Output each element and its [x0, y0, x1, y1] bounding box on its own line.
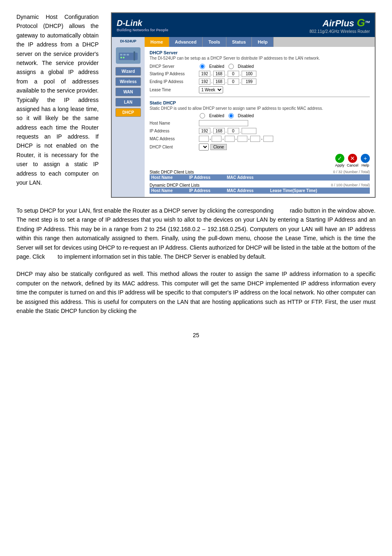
mac-address-label: MAC Address — [150, 137, 199, 141]
airplus-logo: AirPlus GTM 802.11g/2.4GHz Wireless Rout… — [309, 16, 370, 34]
host-name-label: Host Name — [150, 121, 199, 125]
static-ip-1[interactable] — [199, 128, 210, 134]
clone-button[interactable]: Clone — [210, 144, 227, 150]
svg-rect-4 — [134, 51, 135, 60]
nav-bar: Home Advanced Tools Status Help — [145, 37, 375, 47]
dynamic-col-lease: Lease Time(Spare Time) — [270, 188, 317, 193]
cancel-button[interactable]: ✕ Cancel — [347, 154, 358, 167]
starting-ip-label: Starting IP Address — [150, 72, 199, 76]
static-ip-3[interactable] — [228, 128, 239, 134]
dhcp-server-desc: The DI-524UP can be setup as a DHCP Serv… — [150, 56, 370, 60]
static-client-count: 0 / 32 (Number / Total) — [333, 170, 370, 174]
svg-point-6 — [123, 57, 125, 58]
starting-ip-2[interactable] — [213, 71, 225, 77]
mac-1[interactable] — [199, 136, 209, 142]
nav-lan[interactable]: LAN — [115, 98, 141, 107]
static-ip-row: IP Address . . . — [150, 128, 370, 134]
dhcp-client-select[interactable] — [199, 144, 209, 151]
ending-ip-3[interactable] — [228, 79, 239, 85]
static-col-hostname: Host Name — [151, 175, 173, 180]
starting-ip-inputs: . . . — [199, 71, 256, 77]
divider — [150, 97, 370, 97]
brand-subtitle: Building Networks for People — [117, 28, 168, 32]
static-client-title: Static DHCP Client Lists 0 / 32 (Number … — [150, 170, 370, 174]
dhcp-client-inputs: Clone — [199, 144, 227, 151]
static-client-header: Host Name IP Address MAC Address — [150, 174, 370, 181]
nav-wizard[interactable]: Wizard — [115, 67, 141, 76]
apply-button[interactable]: ✓ Apply — [335, 154, 344, 167]
model-label: DI-524UP — [120, 39, 136, 43]
static-ip-inputs: . . . — [199, 128, 256, 134]
nav-wan[interactable]: WAN — [115, 88, 141, 96]
static-ip-2[interactable] — [213, 128, 225, 134]
content-area: DI-524UP Wizard Wireless — [112, 37, 375, 197]
dhcp-server-title: DHCP Server — [150, 50, 370, 55]
nav-dhcp[interactable]: DHCP — [115, 108, 141, 117]
help-button[interactable]: + Help — [361, 154, 370, 167]
static-client-section: Static DHCP Client Lists 0 / 32 (Number … — [150, 170, 370, 181]
svg-rect-1 — [120, 54, 122, 56]
dynamic-client-title: Dynamic DHCP Client Lists 0 / 100 (Numbe… — [150, 183, 370, 188]
nav-wireless[interactable]: Wireless — [115, 77, 141, 86]
dhcp-enabled-label: Enabled — [209, 64, 224, 69]
tab-tools[interactable]: Tools — [203, 37, 226, 47]
help-icon: + — [361, 154, 370, 163]
mac-2[interactable] — [212, 136, 221, 142]
cancel-label: Cancel — [347, 163, 358, 167]
mac-5[interactable] — [250, 136, 260, 142]
dynamic-col-ip: IP Address — [189, 188, 210, 193]
mac-6[interactable] — [263, 136, 273, 142]
tab-advanced[interactable]: Advanced — [169, 37, 203, 47]
dynamic-col-hostname: Host Name — [151, 188, 173, 193]
action-buttons: ✓ Apply ✕ Cancel + Help — [150, 154, 370, 167]
starting-ip-row: Starting IP Address . . . — [150, 71, 370, 77]
help-label: Help — [362, 163, 369, 167]
cancel-icon: ✕ — [348, 154, 357, 163]
starting-ip-4[interactable] — [242, 71, 256, 77]
dhcp-client-row: DHCP Client Clone — [150, 144, 370, 151]
brand-name: D-Link — [117, 19, 142, 28]
ending-ip-2[interactable] — [213, 79, 225, 85]
dynamic-client-title-text: Dynamic DHCP Client Lists — [150, 183, 200, 188]
svg-rect-2 — [123, 54, 126, 56]
ending-ip-label: Ending IP Address — [150, 79, 199, 84]
dhcp-disabled-radio[interactable] — [228, 64, 234, 69]
static-enabled-radio[interactable] — [200, 113, 205, 118]
lease-time-row: Lease Time 1 Week 1 Day 1 Hour Forever — [150, 86, 370, 93]
mac-3[interactable] — [225, 136, 235, 142]
tab-home[interactable]: Home — [145, 37, 169, 47]
tab-help[interactable]: Help — [252, 37, 274, 47]
ending-ip-1[interactable] — [199, 79, 210, 85]
airplus-text: AirPlus GTM — [309, 16, 370, 29]
tab-status[interactable]: Status — [226, 37, 252, 47]
page-layout: Dynamic Host Configuration Protocol (DHC… — [16, 12, 376, 338]
static-disabled-radio[interactable] — [228, 113, 234, 118]
router-panel: D-Link Building Networks for People AirP… — [111, 12, 376, 198]
starting-ip-3[interactable] — [228, 71, 239, 77]
ending-ip-row: Ending IP Address . . . — [150, 79, 370, 85]
static-dhcp-radio-group: Enabled Disabled — [199, 113, 254, 118]
top-section: Dynamic Host Configuration Protocol (DHC… — [16, 12, 376, 198]
dhcp-server-row: DHCP Server Enabled Disabled — [150, 64, 370, 69]
mac-4[interactable] — [238, 136, 247, 142]
ending-ip-4[interactable] — [242, 79, 256, 85]
device-image — [116, 47, 141, 64]
mac-inputs: - - - - - — [199, 136, 273, 142]
body-paragraph-2: DHCP may also be statically configured a… — [16, 269, 376, 315]
router-header: D-Link Building Networks for People AirP… — [112, 13, 375, 37]
static-client-title-text: Static DHCP Client Lists — [150, 170, 194, 174]
dlink-logo: D-Link Building Networks for People — [117, 19, 168, 32]
main-content: DHCP Server The DI-524UP can be setup as… — [145, 47, 375, 197]
static-dhcp-radio-row: Enabled Disabled — [150, 113, 370, 118]
dhcp-enabled-radio[interactable] — [200, 64, 205, 69]
apply-label: Apply — [335, 163, 344, 167]
dynamic-client-header: Host Name IP Address MAC Address Lease T… — [150, 188, 370, 194]
static-ip-4[interactable] — [242, 128, 256, 134]
mac-address-row: MAC Address - - - - — [150, 136, 370, 142]
dynamic-client-section: Dynamic DHCP Client Lists 0 / 100 (Numbe… — [150, 183, 370, 194]
host-name-input[interactable] — [199, 120, 248, 126]
airplus-subtitle: 802.11g/2.4GHz Wireless Router — [309, 29, 370, 34]
starting-ip-1[interactable] — [199, 71, 210, 77]
lease-time-select[interactable]: 1 Week 1 Day 1 Hour Forever — [199, 86, 223, 93]
static-enabled-label: Enabled — [209, 114, 224, 118]
